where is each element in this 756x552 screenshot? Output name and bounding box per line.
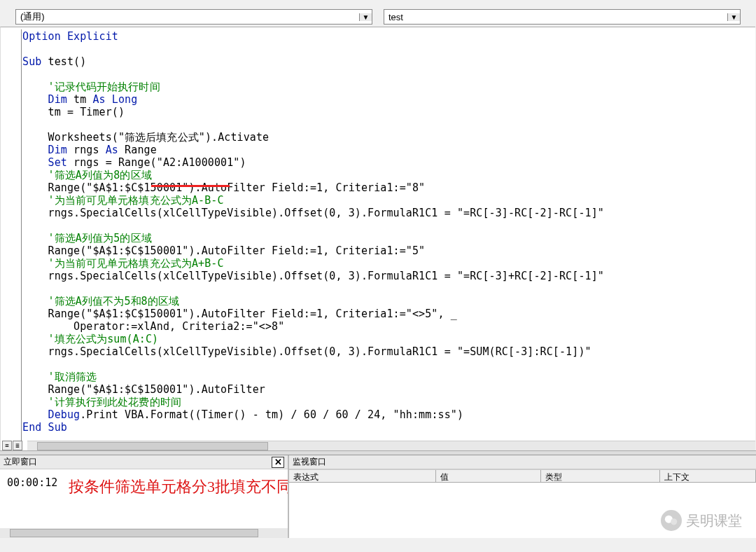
menu-bar[interactable] — [0, 0, 756, 7]
watch-window-title: 监视窗口 — [293, 456, 326, 468]
watch-col-expression[interactable]: 表达式 — [289, 470, 436, 482]
code-area[interactable]: Option Explicit Sub test() '记录代码开始执行时间 D… — [22, 30, 755, 434]
annotation-underline — [151, 185, 230, 187]
watch-col-context[interactable]: 上下文 — [660, 470, 756, 482]
object-dropdown-value: (通用) — [16, 11, 45, 23]
full-module-view-icon[interactable]: ≣ — [13, 441, 22, 450]
watch-window-titlebar: 监视窗口 — [289, 455, 756, 469]
object-dropdown[interactable]: (通用) ▼ — [15, 9, 372, 25]
view-mode-icons: ≡ ≣ — [2, 441, 23, 450]
scrollbar-thumb[interactable] — [10, 529, 258, 537]
wechat-icon — [661, 510, 682, 531]
object-procedure-row: (通用) ▼ test ▼ — [0, 7, 756, 27]
code-editor[interactable]: Option Explicit Sub test() '记录代码开始执行时间 D… — [0, 27, 755, 450]
immediate-window-title: 立即窗口 — [4, 456, 37, 468]
immediate-scrollbar[interactable] — [0, 528, 288, 538]
svg-point-1 — [671, 518, 677, 525]
immediate-output: 00:00:12 — [7, 476, 57, 489]
immediate-window-titlebar: 立即窗口 ✕ — [0, 455, 288, 469]
scrollbar-thumb[interactable] — [37, 442, 268, 450]
horizontal-scrollbar[interactable] — [27, 441, 755, 450]
procedure-view-icon[interactable]: ≡ — [2, 441, 12, 450]
immediate-window: 立即窗口 ✕ 00:00:12 按条件筛选单元格分3批填充不同公式耗时12秒 — [0, 455, 289, 538]
watch-header-row: 表达式 值 类型 上下文 — [289, 469, 756, 483]
procedure-dropdown-value: test — [384, 12, 403, 22]
watch-col-value[interactable]: 值 — [436, 470, 541, 482]
procedure-dropdown[interactable]: test ▼ — [384, 9, 741, 25]
bottom-panels: 立即窗口 ✕ 00:00:12 按条件筛选单元格分3批填充不同公式耗时12秒 监… — [0, 455, 756, 538]
watermark: 吴明课堂 — [661, 510, 742, 531]
annotation-text: 按条件筛选单元格分3批填充不同公式耗时12秒 — [69, 476, 288, 497]
editor-margin — [4, 29, 22, 450]
dropdown-arrow-icon[interactable]: ▼ — [727, 13, 740, 21]
watermark-text: 吴明课堂 — [686, 511, 742, 530]
immediate-window-body[interactable]: 00:00:12 按条件筛选单元格分3批填充不同公式耗时12秒 — [0, 469, 288, 538]
dropdown-arrow-icon[interactable]: ▼ — [359, 13, 372, 21]
pane-splitter[interactable] — [0, 450, 756, 455]
watch-col-type[interactable]: 类型 — [541, 470, 660, 482]
close-icon[interactable]: ✕ — [272, 457, 284, 468]
